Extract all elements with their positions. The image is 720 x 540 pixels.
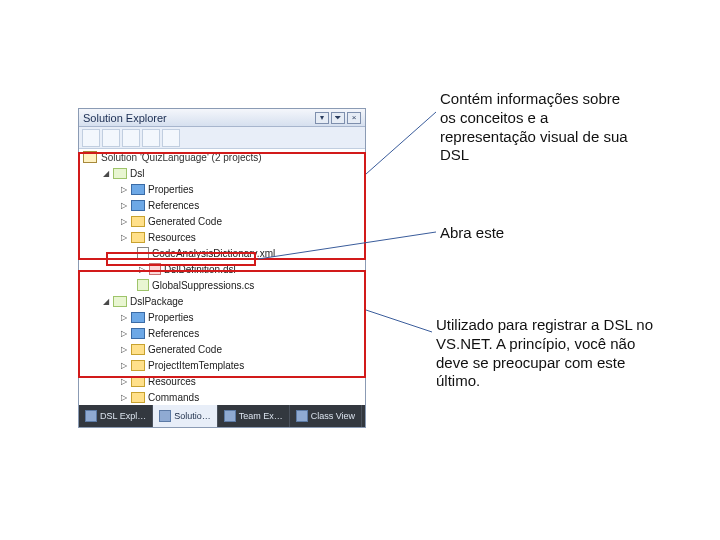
folder-icon [131,392,145,403]
tree: ◢Dsl ▷Properties ▷References ▷Generated … [79,165,365,405]
solution-root[interactable]: Solution 'QuizLanguage' (2 projects) [79,149,365,165]
collapse-icon[interactable]: ◢ [101,297,110,306]
project-icon [113,296,127,307]
item-label: Generated Code [148,216,222,227]
tab-icon [85,410,97,422]
tree-item[interactable]: ▷References [79,197,365,213]
tab-label: DSL Expl… [100,411,146,421]
toolbar-button[interactable] [102,129,120,147]
folder-icon [131,328,145,339]
tree-item[interactable]: ▷Resources [79,229,365,245]
tree-item[interactable]: ▷Commands [79,389,365,405]
folder-icon [131,376,145,387]
panel-titlebar: Solution Explorer ▾ ⏷ × [79,109,365,127]
bottom-tabbar: DSL Expl… Solutio… Team Ex… Class View [79,405,365,427]
folder-icon [131,312,145,323]
panel-title-text: Solution Explorer [83,112,167,124]
tree-item[interactable]: ▷Resources [79,373,365,389]
tree-item[interactable]: ▷Generated Code [79,341,365,357]
item-label: GlobalSuppressions.cs [152,280,254,291]
tab-dsl-explorer[interactable]: DSL Expl… [79,405,153,427]
item-label: Resources [148,232,196,243]
tree-item[interactable]: CodeAnalysisDictionary.xml [79,245,365,261]
close-icon[interactable]: × [347,112,361,124]
file-icon [137,247,149,259]
tab-class-view[interactable]: Class View [290,405,362,427]
project-node-dslpackage[interactable]: ◢DslPackage [79,293,365,309]
tree-item[interactable]: ▷References [79,325,365,341]
expand-icon[interactable]: ▷ [119,313,128,322]
folder-icon [131,184,145,195]
item-label: References [148,328,199,339]
cs-file-icon [137,279,149,291]
tree-item[interactable]: GlobalSuppressions.cs [79,277,365,293]
item-label: ProjectItemTemplates [148,360,244,371]
item-label: Commands [148,392,199,403]
folder-icon [131,360,145,371]
expand-icon[interactable]: ▷ [119,393,128,402]
expand-icon[interactable]: ▷ [137,265,146,274]
svg-line-0 [366,112,436,174]
expand-icon[interactable]: ▷ [119,345,128,354]
pin-icon[interactable]: ⏷ [331,112,345,124]
tab-icon [224,410,236,422]
expand-icon[interactable]: ▷ [119,377,128,386]
item-label: References [148,200,199,211]
item-label: CodeAnalysisDictionary.xml [152,248,275,259]
tab-label: Class View [311,411,355,421]
callout-info: Contém informações sobre os conceitos e … [440,90,640,165]
folder-icon [131,344,145,355]
toolbar-button[interactable] [162,129,180,147]
toolbar-button[interactable] [122,129,140,147]
solution-icon [83,151,97,163]
svg-line-2 [366,310,432,332]
collapse-icon[interactable]: ◢ [101,169,110,178]
tab-team-explorer[interactable]: Team Ex… [218,405,290,427]
panel-title-buttons: ▾ ⏷ × [315,112,361,124]
dsl-file-icon [149,263,161,275]
expand-icon[interactable]: ▷ [119,217,128,226]
project-label: Dsl [130,168,144,179]
callout-register: Utilizado para registrar a DSL no VS.NET… [436,316,668,391]
item-label: Properties [148,184,194,195]
expand-icon[interactable]: ▷ [119,329,128,338]
solution-explorer-panel: Solution Explorer ▾ ⏷ × Solution 'QuizLa… [78,108,366,428]
project-label: DslPackage [130,296,183,307]
tab-icon [159,410,171,422]
expand-icon[interactable]: ▷ [119,233,128,242]
folder-icon [131,216,145,227]
item-label: Resources [148,376,196,387]
folder-icon [131,232,145,243]
callout-open: Abra este [440,224,640,243]
folder-icon [131,200,145,211]
tree-item-dsldef[interactable]: ▷DslDefinition.dsl [79,261,365,277]
tree-item[interactable]: ▷ProjectItemTemplates [79,357,365,373]
dropdown-icon[interactable]: ▾ [315,112,329,124]
solution-label: Solution 'QuizLanguage' (2 projects) [101,152,262,163]
project-node-dsl[interactable]: ◢Dsl [79,165,365,181]
tab-label: Team Ex… [239,411,283,421]
item-label: Generated Code [148,344,222,355]
item-label: Properties [148,312,194,323]
expand-icon[interactable]: ▷ [119,201,128,210]
tab-solution-explorer[interactable]: Solutio… [153,405,218,427]
expand-icon[interactable]: ▷ [119,361,128,370]
tree-item[interactable]: ▷Generated Code [79,213,365,229]
toolbar-button[interactable] [82,129,100,147]
project-icon [113,168,127,179]
panel-toolbar [79,127,365,149]
tab-label: Solutio… [174,411,211,421]
expand-icon[interactable]: ▷ [119,185,128,194]
toolbar-button[interactable] [142,129,160,147]
item-label: DslDefinition.dsl [164,264,236,275]
tab-icon [296,410,308,422]
tree-item[interactable]: ▷Properties [79,181,365,197]
tree-item[interactable]: ▷Properties [79,309,365,325]
